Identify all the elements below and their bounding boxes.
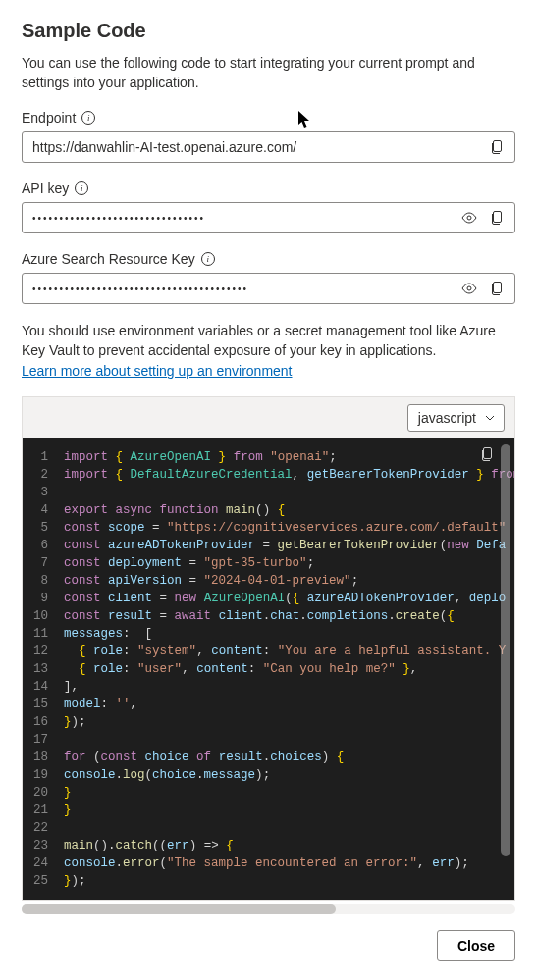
scrollbar-thumb[interactable] <box>22 904 336 914</box>
search-key-field-row <box>22 273 515 304</box>
copy-code-icon[interactable] <box>479 446 495 465</box>
search-key-label: Azure Search Resource Key i <box>22 251 515 267</box>
eye-icon[interactable] <box>459 279 479 298</box>
copy-icon[interactable] <box>487 137 507 157</box>
hint-text: You should use environment variables or … <box>22 322 515 360</box>
endpoint-label: Endpoint i <box>22 110 515 126</box>
endpoint-input[interactable] <box>32 139 479 155</box>
svg-point-3 <box>467 286 471 290</box>
eye-icon[interactable] <box>459 208 479 228</box>
svg-point-1 <box>467 216 471 220</box>
horizontal-scrollbar[interactable] <box>22 904 515 914</box>
search-key-input[interactable] <box>32 284 452 294</box>
copy-icon[interactable] <box>487 208 507 228</box>
language-select[interactable]: javascript <box>407 404 505 432</box>
code-block: 1import { AzureOpenAI } from "openai";2i… <box>22 438 515 901</box>
learn-more-link[interactable]: Learn more about setting up an environme… <box>22 363 293 379</box>
close-button[interactable]: Close <box>437 930 515 961</box>
info-icon[interactable]: i <box>81 111 95 125</box>
scrollbar-thumb[interactable] <box>501 444 510 856</box>
code-content[interactable]: 1import { AzureOpenAI } from "openai";2i… <box>23 448 514 890</box>
code-header: javascript <box>22 396 515 438</box>
chevron-down-icon <box>484 412 496 424</box>
api-key-field-row <box>22 202 515 233</box>
vertical-scrollbar[interactable] <box>501 444 510 856</box>
info-icon[interactable]: i <box>75 181 88 195</box>
svg-rect-4 <box>494 283 502 293</box>
svg-rect-5 <box>484 448 492 459</box>
description: You can use the following code to start … <box>22 54 515 92</box>
copy-icon[interactable] <box>487 279 507 298</box>
api-key-label: API key i <box>22 181 515 196</box>
svg-rect-0 <box>494 141 502 152</box>
api-key-input[interactable] <box>32 213 452 224</box>
endpoint-field-row <box>22 131 515 163</box>
page-title: Sample Code <box>22 20 515 42</box>
info-icon[interactable]: i <box>201 252 215 266</box>
svg-rect-2 <box>494 212 502 223</box>
